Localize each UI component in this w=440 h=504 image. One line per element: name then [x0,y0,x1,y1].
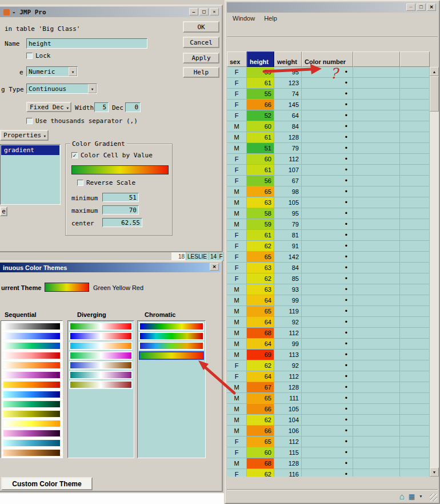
cell-sex[interactable]: M [227,415,247,426]
theme-list-sequential[interactable] [1,320,63,458]
table-row[interactable]: F60115• [227,447,430,458]
grid-view-icon[interactable]: ▦ [409,493,415,500]
cell-weight[interactable]: 145 [274,100,302,110]
format-dropdown[interactable]: Fixed Dec [26,102,71,112]
cell-empty[interactable] [400,132,430,143]
cell-empty[interactable] [400,273,430,284]
cell-sex[interactable]: F [227,89,247,100]
dec-input[interactable]: 0 [125,102,141,112]
cell-weight[interactable]: 113 [274,350,302,360]
table-row[interactable]: F5995• [227,67,430,78]
cell-height[interactable]: 68 [247,458,274,469]
cell-height[interactable]: 62 [247,273,274,284]
cell-weight[interactable]: 91 [274,241,302,252]
cell-weight[interactable]: 84 [274,263,302,273]
theme-swatch[interactable] [69,332,133,340]
cell-color-number[interactable]: • [302,436,353,447]
cell-empty[interactable] [400,197,430,208]
cell-weight[interactable]: 95 [274,208,302,219]
cell-height[interactable]: 51 [247,143,274,154]
table-row[interactable]: F61123• [227,78,430,89]
table-row[interactable]: F6384• [227,263,430,273]
cell-empty[interactable] [400,186,430,197]
table-row[interactable]: M61128• [227,132,430,143]
cell-empty[interactable] [353,295,400,306]
themes-dialog-titlebar[interactable]: inuous Color Themes [0,263,221,272]
cell-sex[interactable]: F [227,110,247,121]
cell-empty[interactable] [353,176,400,186]
table-row[interactable]: M5179• [227,143,430,154]
cell-height[interactable]: 52 [247,110,274,121]
dropdown-arrow-icon[interactable] [69,67,77,76]
cell-color-number[interactable]: • [302,219,353,230]
cell-sex[interactable]: F [227,273,247,284]
cell-sex[interactable]: F [227,241,247,252]
cell-weight[interactable]: 92 [274,360,302,371]
table-row[interactable]: M6492• [227,317,430,328]
cell-sex[interactable]: M [227,426,247,436]
cell-color-number[interactable]: • [302,241,353,252]
age-cell[interactable]: 14 [209,252,218,261]
cell-height[interactable]: 66 [247,404,274,415]
custom-color-theme-button[interactable]: Custom Color Theme [1,477,93,490]
cell-color-number[interactable]: • [302,382,353,393]
dropdown-caret-icon[interactable]: ▼ [419,494,423,498]
cell-empty[interactable] [400,306,430,317]
cell-empty[interactable] [353,252,400,263]
cell-weight[interactable]: 74 [274,89,302,100]
cell-height[interactable]: 65 [247,186,274,197]
cell-color-number[interactable]: • [302,426,353,436]
cell-color-number[interactable]: • [302,252,353,263]
table-row[interactable]: F64112• [227,371,430,382]
cell-height[interactable]: 66 [247,100,274,110]
column-header-weight[interactable]: weight [274,51,302,67]
cell-sex[interactable]: F [227,447,247,458]
cell-height[interactable]: 65 [247,306,274,317]
cell-weight[interactable]: 116 [274,469,302,477]
close-button[interactable] [210,263,219,271]
theme-swatch[interactable] [139,342,204,350]
cell-empty[interactable] [400,121,430,132]
cell-color-number[interactable]: • [302,284,353,295]
cell-empty[interactable] [353,110,400,121]
cell-weight[interactable]: 128 [274,458,302,469]
cell-height[interactable]: 65 [247,252,274,263]
cell-empty[interactable] [400,89,430,100]
help-button[interactable]: Help [183,67,219,78]
cell-weight[interactable]: 142 [274,252,302,263]
table-row[interactable]: F62116• [227,469,430,477]
cell-empty[interactable] [400,100,430,110]
theme-swatch[interactable] [2,380,61,389]
table-row[interactable]: F60112• [227,154,430,165]
table-row[interactable]: M62104• [227,415,430,426]
cell-empty[interactable] [400,154,430,165]
theme-swatch[interactable] [69,342,133,350]
cell-weight[interactable]: 111 [274,393,302,404]
cell-height[interactable]: 68 [247,328,274,339]
cell-empty[interactable] [353,393,400,404]
cell-empty[interactable] [353,328,400,339]
theme-swatch[interactable] [2,400,61,408]
cell-sex[interactable]: F [227,165,247,176]
cell-height[interactable]: 66 [247,426,274,436]
cell-sex[interactable]: M [227,197,247,208]
cell-empty[interactable] [400,67,430,78]
cell-color-number[interactable]: • [302,306,353,317]
name-cell[interactable]: LESLIE [186,252,209,261]
cell-color-number[interactable]: • [302,143,353,154]
cell-weight[interactable]: 81 [274,230,302,241]
table-row[interactable]: M63105• [227,197,430,208]
cell-color-number[interactable]: • [302,89,353,100]
edge-button-fragment[interactable]: e [0,207,7,216]
cell-empty[interactable] [353,317,400,328]
theme-swatch[interactable] [2,371,61,379]
table-row[interactable]: F5264• [227,110,430,121]
cell-sex[interactable]: F [227,360,247,371]
cell-empty[interactable] [353,208,400,219]
cell-empty[interactable] [353,447,400,458]
vertical-scrollbar[interactable]: ▲ ▼ [430,67,439,477]
theme-swatch[interactable] [2,419,61,428]
cell-empty[interactable] [400,295,430,306]
cell-color-number[interactable]: • [302,469,353,477]
cell-empty[interactable] [353,100,400,110]
